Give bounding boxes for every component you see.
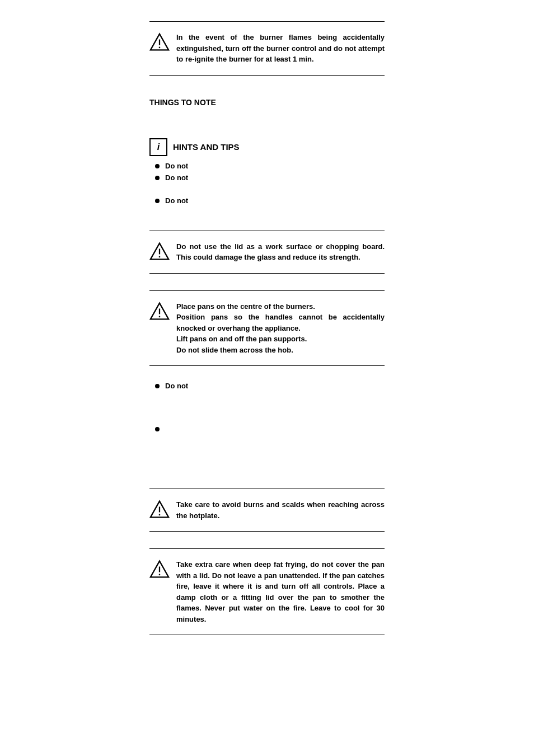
list-item: Do not [149, 196, 385, 205]
warning-icon-1 [149, 32, 170, 52]
things-to-note-heading: THINGS TO NOTE [149, 98, 385, 107]
warning-line-1: Place pans on the centre of the burners. [176, 301, 385, 312]
content-area: In the event of the burner flames being … [149, 11, 385, 745]
bullet-dot-2 [155, 176, 160, 180]
bullet-do-not: Do not [149, 382, 385, 390]
rule-after-warning5 [149, 635, 385, 635]
rule-before-warning5 [149, 548, 385, 549]
rule-before-warning2 [149, 231, 385, 231]
bullet-text-4: Do not [165, 382, 188, 390]
spacer-7 [149, 393, 385, 409]
svg-point-2 [159, 47, 161, 49]
warning-icon-5 [149, 559, 170, 579]
hints-bullet-list: Do not Do not Do not [149, 162, 385, 205]
hints-and-tips-heading: HINTS AND TIPS [173, 142, 240, 152]
warning-text-3: Place pans on the centre of the burners.… [176, 301, 385, 356]
spacer-11 [149, 468, 385, 484]
warning-block-5: Take extra care when deep fat frying, do… [149, 553, 385, 630]
spacer-2 [149, 112, 385, 128]
bullet-text-1: Do not [165, 162, 188, 170]
warning-icon-2 [149, 241, 170, 261]
svg-point-8 [159, 316, 161, 317]
spacer-4 [149, 210, 385, 226]
rule-after-warning2 [149, 273, 385, 274]
warning-text-4: Take care to avoid burns and scalds when… [176, 499, 385, 521]
warning-block-3: Place pans on the centre of the burners.… [149, 295, 385, 361]
warning-block-2: Do not use the lid as a work surface or … [149, 236, 385, 269]
warning-line-4: Do not slide them across the hob. [176, 345, 385, 356]
info-icon: i [149, 138, 167, 156]
list-item: Do not [149, 162, 385, 170]
warning-block-1: In the event of the burner flames being … [149, 26, 385, 71]
spacer-5 [149, 278, 385, 286]
spacer-6 [149, 370, 385, 378]
rule-after-warning4 [149, 531, 385, 532]
spacer-8 [149, 409, 385, 425]
svg-point-5 [159, 256, 161, 257]
list-item: Do not [149, 173, 385, 182]
rule-before-warning3 [149, 290, 385, 291]
lone-bullet [155, 427, 160, 431]
page: In the event of the burner flames being … [0, 0, 534, 756]
warning-icon-3 [149, 301, 170, 321]
spacer-12 [149, 536, 385, 544]
warning-block-4: Take care to avoid burns and scalds when… [149, 494, 385, 527]
svg-point-14 [159, 574, 161, 576]
bullet-dot-1 [155, 164, 160, 168]
spacer-1 [149, 80, 385, 88]
warning-line-3: Lift pans on and off the pan supports. [176, 334, 385, 345]
rule-after-warning3 [149, 365, 385, 366]
spacer-3 [149, 185, 385, 193]
rule-before-warning4 [149, 489, 385, 489]
svg-point-11 [159, 514, 161, 516]
bullet-text-3: Do not [165, 196, 188, 205]
warning-text-1: In the event of the burner flames being … [176, 32, 385, 65]
warning-icon-4 [149, 499, 170, 519]
rule-after-warning1 [149, 75, 385, 76]
warning-text-5: Take extra care when deep fat frying, do… [176, 559, 385, 624]
bullet-dot-3 [155, 199, 160, 203]
top-rule [149, 21, 385, 22]
bullet-text-2: Do not [165, 173, 188, 182]
info-icon-label: i [157, 142, 160, 152]
bullet-dot-4 [155, 384, 160, 388]
spacer-9 [149, 437, 385, 453]
warning-text-2: Do not use the lid as a work surface or … [176, 241, 385, 263]
warning-line-2: Position pans so the handles cannot be a… [176, 312, 385, 334]
spacer-10 [149, 453, 385, 468]
hints-and-tips-section: i HINTS AND TIPS [149, 138, 385, 156]
